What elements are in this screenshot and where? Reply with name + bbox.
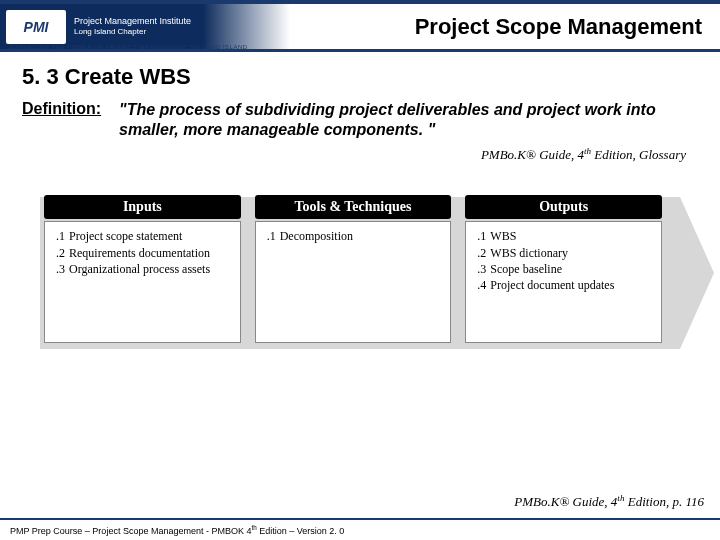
ito-col-outputs: Outputs .1WBS .2WBS dictionary .3Scope b… — [465, 197, 662, 349]
ito-columns: Inputs .1Project scope statement .2Requi… — [40, 197, 680, 349]
list-item: .1Decomposition — [262, 228, 445, 244]
ito-header-outputs: Outputs — [465, 195, 662, 219]
citation-page: PMBo.K® Guide, 4th Edition, p. 116 — [514, 493, 704, 510]
ito-body-inputs: .1Project scope statement .2Requirements… — [44, 221, 241, 343]
slide-footer: PMP Prep Course – Project Scope Manageme… — [0, 518, 720, 540]
list-item: .2Requirements documentation — [51, 245, 234, 261]
list-item: .1Project scope statement — [51, 228, 234, 244]
definition-text: "The process of subdividing project deli… — [119, 100, 698, 140]
ito-header-inputs: Inputs — [44, 195, 241, 219]
list-item: .1WBS — [472, 228, 655, 244]
ito-diagram: Inputs .1Project scope statement .2Requi… — [40, 197, 680, 349]
content-area: 5. 3 Create WBS Definition: "The process… — [0, 52, 720, 349]
slide-title: Project Scope Management — [290, 14, 720, 40]
logo-text: Project Management Institute Long Island… — [74, 16, 191, 36]
list-item: .3Organizational process assets — [51, 261, 234, 277]
definition-row: Definition: "The process of subdividing … — [22, 100, 698, 140]
logo-block: PMI Project Management Institute Long Is… — [0, 4, 290, 49]
list-item: .2WBS dictionary — [472, 245, 655, 261]
list-item: .3Scope baseline — [472, 261, 655, 277]
tagline: EXPANDING THE POWER OF PROJECT MANAGEMEN… — [10, 44, 248, 50]
ito-col-tools: Tools & Techniques .1Decomposition — [255, 197, 452, 349]
ito-col-inputs: Inputs .1Project scope statement .2Requi… — [44, 197, 241, 349]
logo-line2: Long Island Chapter — [74, 27, 191, 37]
logo-line1: Project Management Institute — [74, 16, 191, 27]
list-item: .4Project document updates — [472, 277, 655, 293]
ito-body-tools: .1Decomposition — [255, 221, 452, 343]
arrow-tip-icon — [680, 197, 714, 349]
ito-header-tools: Tools & Techniques — [255, 195, 452, 219]
ito-body-outputs: .1WBS .2WBS dictionary .3Scope baseline … — [465, 221, 662, 343]
citation-glossary: PMBo.K® Guide, 4th Edition, Glossary — [22, 146, 698, 163]
definition-label: Definition: — [22, 100, 101, 118]
pmi-logo-icon: PMI — [6, 10, 66, 44]
section-title: 5. 3 Create WBS — [22, 64, 698, 90]
